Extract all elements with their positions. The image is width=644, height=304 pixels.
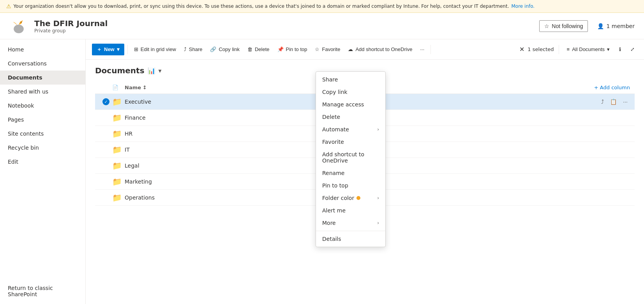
view-icon[interactable]: 📊	[148, 67, 155, 74]
delete-button[interactable]: 🗑 Delete	[244, 44, 273, 55]
ctx-folder-color-arrow: ›	[377, 195, 379, 201]
ctx-copy-link[interactable]: Copy link	[316, 86, 385, 98]
copy-link-button[interactable]: 🔗 Copy link	[207, 44, 242, 55]
more-info-link[interactable]: More info.	[512, 4, 535, 9]
ctx-add-shortcut[interactable]: Add shortcut to OneDrive	[316, 148, 385, 167]
ctx-pin-top[interactable]: Pin to top	[316, 179, 385, 192]
sidebar-item-home[interactable]: Home	[0, 42, 85, 57]
link-icon: 🔗	[210, 46, 216, 52]
hr-folder-icon: 📁	[112, 129, 125, 138]
sidebar-item-shared[interactable]: Shared with us	[0, 85, 85, 99]
main-content: ＋ New ▾ ⊞ Edit in grid view ⤴ Share 🔗 Co…	[86, 39, 644, 304]
sidebar-item-documents[interactable]: Documents	[0, 71, 85, 85]
close-selection-icon[interactable]: ✕	[519, 46, 524, 53]
ctx-share[interactable]: Share	[316, 73, 385, 86]
plus-icon: ＋	[97, 46, 102, 53]
chevron-view-icon[interactable]: ▾	[159, 67, 162, 74]
ctx-automate[interactable]: Automate ›	[316, 123, 385, 136]
expand-button[interactable]: ⤢	[627, 44, 638, 55]
header-file-icon-col: 📄	[112, 85, 125, 90]
it-folder-icon: 📁	[112, 145, 125, 154]
not-following-button[interactable]: ☆ Not following	[539, 20, 588, 32]
ctx-manage-access[interactable]: Manage access	[316, 98, 385, 111]
legal-folder-icon: 📁	[112, 161, 125, 170]
new-button[interactable]: ＋ New ▾	[92, 44, 124, 55]
sidebar-item-pages[interactable]: Pages	[0, 113, 85, 127]
documents-title: Documents	[95, 66, 145, 75]
sidebar-item-notebook[interactable]: Notebook	[0, 99, 85, 113]
ellipsis-icon: ···	[420, 46, 424, 52]
ctx-folder-color-label: Folder color	[322, 195, 354, 201]
ctx-add-shortcut-label: Add shortcut to OneDrive	[322, 151, 379, 164]
toolbar-separator-2	[431, 45, 431, 54]
add-column-button[interactable]: + Add column	[594, 85, 630, 90]
ctx-pin-top-label: Pin to top	[322, 182, 348, 189]
delete-label: Delete	[255, 46, 270, 52]
sidebar: Home Conversations Documents Shared with…	[0, 39, 86, 304]
ctx-rename[interactable]: Rename	[316, 167, 385, 179]
finance-folder-icon: 📁	[112, 113, 125, 122]
ctx-automate-label: Automate	[322, 126, 349, 133]
site-logo	[9, 17, 28, 35]
ctx-manage-access-label: Manage access	[322, 101, 364, 108]
edit-grid-label: Edit in grid view	[141, 46, 176, 52]
ctx-rename-label: Rename	[322, 170, 344, 176]
ctx-divider	[316, 231, 385, 231]
grid-icon: ⊞	[134, 46, 138, 52]
name-label: Name	[125, 85, 141, 90]
context-menu: Share Copy link Manage access Delete Aut…	[316, 71, 386, 247]
star-fav-icon: ☆	[315, 46, 319, 52]
site-title: The DFIR Journal	[34, 19, 108, 28]
ctx-delete[interactable]: Delete	[316, 111, 385, 123]
pin-top-button[interactable]: 📌 Pin to top	[274, 44, 311, 55]
new-label: New	[104, 46, 115, 52]
info-button[interactable]: ℹ	[616, 44, 624, 55]
sidebar-nav: Home Conversations Documents Shared with…	[0, 42, 85, 169]
site-subtitle: Private group	[34, 28, 108, 34]
more-row-button[interactable]: ···	[621, 97, 630, 106]
onedrive-label: Add shortcut to OneDrive	[355, 46, 412, 52]
ctx-alert-me[interactable]: Alert me	[316, 204, 385, 217]
edit-grid-button[interactable]: ⊞ Edit in grid view	[131, 44, 179, 55]
ctx-folder-color[interactable]: Folder color ›	[316, 192, 385, 204]
list-icon: ≡	[567, 46, 570, 52]
member-count-label: 1 member	[606, 23, 635, 29]
site-title-block: The DFIR Journal Private group	[34, 19, 108, 34]
ctx-details[interactable]: Details	[316, 233, 385, 245]
ctx-alert-me-label: Alert me	[322, 207, 346, 214]
chevron-down-icon: ▾	[117, 46, 120, 52]
executive-checkbox[interactable]: ✓	[100, 98, 112, 105]
all-docs-label: All Documents	[572, 46, 605, 52]
pin-top-label: Pin to top	[286, 46, 307, 52]
ctx-favorite[interactable]: Favorite	[316, 136, 385, 148]
sidebar-return-classic[interactable]: Return to classic SharePoint	[0, 281, 85, 301]
share-button[interactable]: ⤴ Share	[181, 44, 206, 55]
onedrive-button[interactable]: ☁ Add shortcut to OneDrive	[345, 44, 415, 55]
svg-point-2	[21, 22, 22, 23]
sidebar-item-site-contents[interactable]: Site contents	[0, 127, 85, 141]
warning-icon: ⚠	[6, 3, 11, 9]
ctx-more[interactable]: More ›	[316, 217, 385, 229]
warning-bar: ⚠ Your organization doesn't allow you to…	[0, 0, 644, 13]
sort-icon: ↕	[143, 85, 147, 90]
svg-point-1	[20, 21, 22, 24]
selected-label: 1 selected	[528, 46, 554, 52]
site-header-left: The DFIR Journal Private group	[9, 17, 108, 35]
share-icon: ⤴	[184, 46, 187, 52]
documents-area: Documents 📊 ▾ 📄 Name ↕ + Add column	[86, 60, 644, 304]
sidebar-item-conversations[interactable]: Conversations	[0, 57, 85, 71]
favorite-label: Favorite	[322, 46, 340, 52]
chevron-down-alldocs-icon: ▾	[607, 46, 610, 52]
sidebar-item-recycle-bin[interactable]: Recycle bin	[0, 141, 85, 155]
ctx-delete-label: Delete	[322, 114, 340, 120]
sidebar-item-edit[interactable]: Edit	[0, 155, 85, 169]
marketing-folder-icon: 📁	[112, 177, 125, 186]
more-toolbar-button[interactable]: ···	[417, 44, 427, 55]
ctx-details-label: Details	[322, 236, 341, 242]
favorite-button[interactable]: ☆ Favorite	[312, 44, 343, 55]
all-documents-button[interactable]: ≡ All Documents ▾	[564, 44, 613, 55]
copy-row-button[interactable]: 📋	[608, 97, 619, 106]
executive-actions: ⤴ 📋 ···	[599, 97, 630, 106]
share-row-button[interactable]: ⤴	[599, 97, 606, 106]
ctx-more-arrow: ›	[377, 220, 379, 226]
